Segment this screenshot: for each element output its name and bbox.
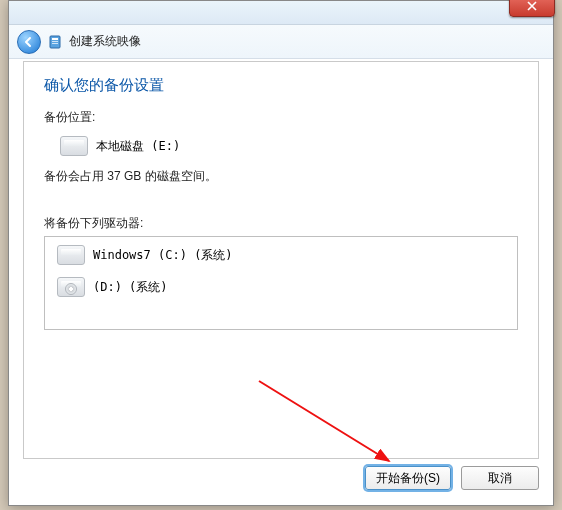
- backup-location-label: 备份位置:: [44, 109, 518, 126]
- cancel-button[interactable]: 取消: [461, 466, 539, 490]
- list-item: Windows7 (C:) (系统): [53, 243, 509, 271]
- backup-size-text: 备份会占用 37 GB 的磁盘空间。: [44, 168, 518, 185]
- list-item: (D:) (系统): [53, 275, 509, 303]
- drive-disc-icon: [57, 277, 85, 297]
- svg-rect-1: [52, 38, 58, 40]
- footer: 开始备份(S) 取消: [23, 461, 539, 495]
- back-button[interactable]: [17, 30, 41, 54]
- drive-label: Windows7 (C:) (系统): [93, 247, 233, 264]
- window-title: 创建系统映像: [69, 33, 141, 50]
- back-arrow-icon: [23, 36, 35, 48]
- page-heading: 确认您的备份设置: [44, 76, 518, 95]
- drive-icon: [57, 245, 85, 265]
- nav-header: 创建系统映像: [9, 25, 553, 59]
- content-panel: 确认您的备份设置 备份位置: 本地磁盘 (E:) 备份会占用 37 GB 的磁盘…: [23, 61, 539, 459]
- app-icon: [47, 34, 63, 50]
- close-icon: [527, 1, 537, 11]
- svg-rect-3: [52, 43, 58, 44]
- backup-location-value: 本地磁盘 (E:): [96, 138, 180, 155]
- drive-label: (D:) (系统): [93, 279, 168, 296]
- drives-list-label: 将备份下列驱动器:: [44, 215, 518, 232]
- backup-location-row: 本地磁盘 (E:): [44, 134, 518, 162]
- close-button[interactable]: [509, 0, 555, 17]
- drives-list: Windows7 (C:) (系统) (D:) (系统): [44, 236, 518, 330]
- start-backup-button[interactable]: 开始备份(S): [365, 466, 451, 490]
- svg-rect-2: [52, 41, 58, 42]
- titlebar: [9, 1, 553, 25]
- drive-icon: [60, 136, 88, 156]
